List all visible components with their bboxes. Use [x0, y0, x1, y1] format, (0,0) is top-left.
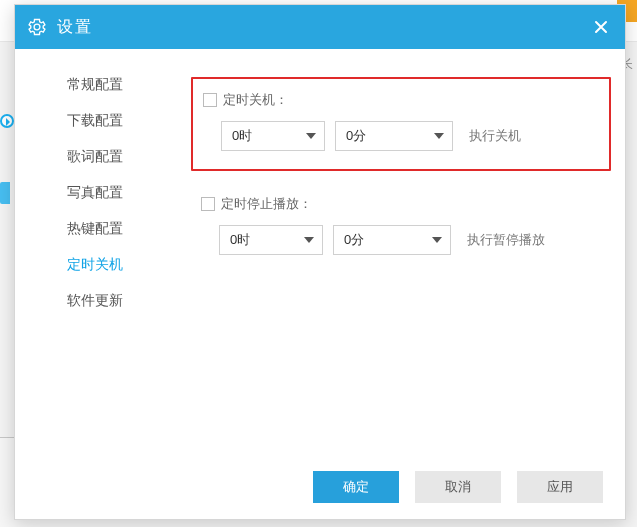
shutdown-minute-select[interactable]: 0分	[335, 121, 453, 151]
shutdown-checkbox[interactable]	[203, 93, 217, 107]
shutdown-minute-value: 0分	[346, 127, 434, 145]
shutdown-hour-select[interactable]: 0时	[221, 121, 325, 151]
sidebar-item-hotkey[interactable]: 热键配置	[15, 211, 175, 245]
background-blue-chip	[0, 182, 10, 204]
pause-hour-value: 0时	[230, 231, 304, 249]
gear-icon	[27, 17, 47, 37]
timed-pause-group: 定时停止播放： 0时 0分 执行暂停播放	[201, 195, 607, 255]
shutdown-checkbox-label: 定时关机：	[223, 91, 288, 109]
pause-selects: 0时 0分 执行暂停播放	[201, 225, 607, 255]
chevron-down-icon	[432, 237, 442, 243]
sidebar-item-general[interactable]: 常规配置	[15, 67, 175, 101]
sidebar-item-timed-shutdown[interactable]: 定时关机	[15, 247, 175, 281]
shutdown-action-label: 执行关机	[469, 127, 521, 145]
pause-checkbox-row: 定时停止播放：	[201, 195, 607, 213]
close-icon	[594, 20, 608, 34]
apply-button[interactable]: 应用	[517, 471, 603, 503]
sidebar-item-photo[interactable]: 写真配置	[15, 175, 175, 209]
shutdown-selects: 0时 0分 执行关机	[203, 121, 593, 151]
pause-action-label: 执行暂停播放	[467, 231, 545, 249]
settings-dialog: 设置 常规配置 下载配置 歌词配置 写真配置 热键配置 定时关机 软件更新 定时…	[14, 4, 626, 520]
ok-button[interactable]: 确定	[313, 471, 399, 503]
background-ring-icon	[0, 114, 14, 128]
dialog-body: 常规配置 下载配置 歌词配置 写真配置 热键配置 定时关机 软件更新 定时关机：…	[15, 49, 625, 455]
chevron-down-icon	[434, 133, 444, 139]
chevron-down-icon	[306, 133, 316, 139]
pause-minute-value: 0分	[344, 231, 432, 249]
pause-checkbox-label: 定时停止播放：	[221, 195, 312, 213]
content-pane: 定时关机： 0时 0分 执行关机	[175, 49, 625, 455]
timed-shutdown-group: 定时关机： 0时 0分 执行关机	[191, 77, 611, 171]
chevron-down-icon	[304, 237, 314, 243]
dialog-title: 设置	[57, 17, 93, 38]
pause-hour-select[interactable]: 0时	[219, 225, 323, 255]
pause-minute-select[interactable]: 0分	[333, 225, 451, 255]
sidebar-item-download[interactable]: 下载配置	[15, 103, 175, 137]
sidebar: 常规配置 下载配置 歌词配置 写真配置 热键配置 定时关机 软件更新	[15, 49, 175, 455]
shutdown-hour-value: 0时	[232, 127, 306, 145]
sidebar-item-lyrics[interactable]: 歌词配置	[15, 139, 175, 173]
close-button[interactable]	[589, 15, 613, 39]
pause-checkbox[interactable]	[201, 197, 215, 211]
dialog-footer: 确定 取消 应用	[15, 455, 625, 519]
titlebar: 设置	[15, 5, 625, 49]
sidebar-item-update[interactable]: 软件更新	[15, 283, 175, 317]
cancel-button[interactable]: 取消	[415, 471, 501, 503]
shutdown-checkbox-row: 定时关机：	[203, 91, 593, 109]
